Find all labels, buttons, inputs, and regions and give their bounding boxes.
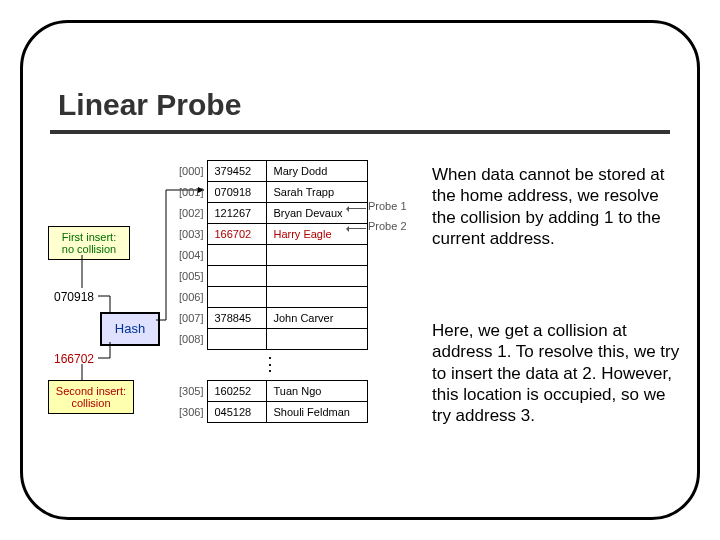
table-row: [003]166702Harry Eagle [173,224,368,245]
table-row: [002]121267Bryan Devaux [173,203,368,224]
row-key: 045128 [208,402,267,423]
row-name: Bryan Devaux [267,203,368,224]
slide-title: Linear Probe [58,88,241,122]
row-name: John Carver [267,308,368,329]
row-index: [306] [173,402,208,423]
row-index: [008] [173,329,208,350]
table-row: [305]160252Tuan Ngo [173,381,368,402]
row-index: [003] [173,224,208,245]
row-key: 378845 [208,308,267,329]
row-name: Mary Dodd [267,161,368,182]
row-key [208,287,267,308]
table-row: [000]379452Mary Dodd [173,161,368,182]
table-row: [004] [173,245,368,266]
probe-1-label: Probe 1 [368,200,407,212]
row-key: 379452 [208,161,267,182]
table-row: [306]045128Shouli Feldman [173,402,368,423]
row-name: Sarah Trapp [267,182,368,203]
hash-table: [000]379452Mary Dodd[001]070918Sarah Tra… [173,160,368,423]
callout-second-insert: Second insert: collision [48,380,134,414]
paragraph-definition: When data cannot be stored at the home a… [432,164,682,249]
hash-diagram: First insert: no collision Second insert… [48,160,418,520]
row-name: Tuan Ngo [267,381,368,402]
row-name [267,245,368,266]
hash-function-box: Hash [100,312,160,346]
table-ellipsis: ⋮ [173,350,368,381]
paragraph-example: Here, we get a collision at address 1. T… [432,320,682,426]
probe-1-arrow-icon [348,208,366,209]
key-166702: 166702 [54,352,94,366]
row-index: [007] [173,308,208,329]
row-index: [004] [173,245,208,266]
row-index: [305] [173,381,208,402]
probe-2-arrow-icon [348,228,366,229]
table-row: [007]378845John Carver [173,308,368,329]
row-key: 160252 [208,381,267,402]
table-row: [008] [173,329,368,350]
callout-first-insert: First insert: no collision [48,226,130,260]
row-index: [006] [173,287,208,308]
row-index: [000] [173,161,208,182]
row-key: 166702 [208,224,267,245]
row-key [208,266,267,287]
row-index: [002] [173,203,208,224]
row-key: 070918 [208,182,267,203]
table-row: [001]070918Sarah Trapp [173,182,368,203]
row-key [208,329,267,350]
probe-2-label: Probe 2 [368,220,407,232]
row-name [267,287,368,308]
row-key [208,245,267,266]
table-row: [005] [173,266,368,287]
row-name [267,329,368,350]
row-name [267,266,368,287]
row-name: Harry Eagle [267,224,368,245]
slide: Linear Probe When data cannot be stored … [0,0,720,540]
table-row: [006] [173,287,368,308]
row-name: Shouli Feldman [267,402,368,423]
title-underline-rule [50,130,670,134]
row-index: [005] [173,266,208,287]
row-key: 121267 [208,203,267,224]
row-index: [001] [173,182,208,203]
key-070918: 070918 [54,290,94,304]
